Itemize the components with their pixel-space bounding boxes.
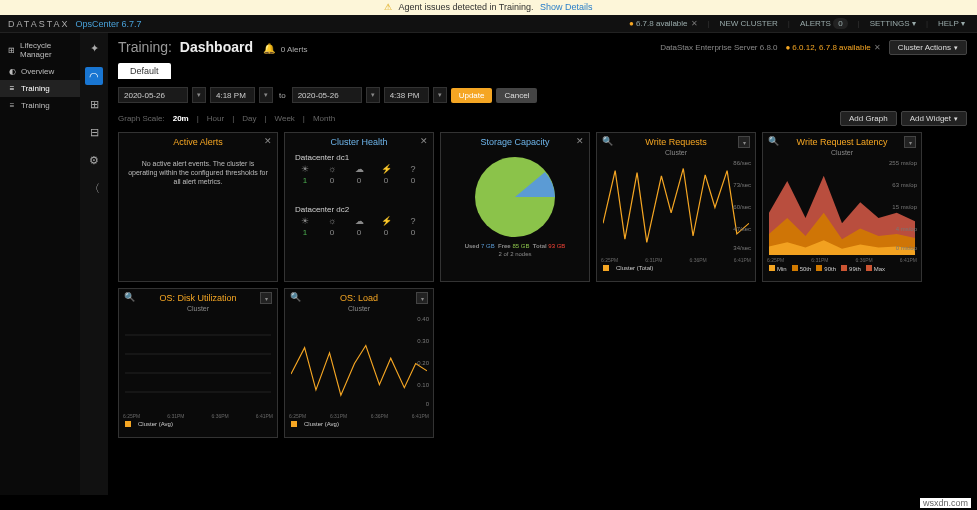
chart-legend: Cluster (Avg): [285, 419, 433, 429]
close-icon[interactable]: ✕: [420, 136, 428, 146]
card-title: Active Alerts ✕: [119, 133, 277, 149]
pie-chart: [441, 149, 589, 241]
card-active-alerts: Active Alerts ✕ No active alert events. …: [118, 132, 278, 282]
card-menu-icon[interactable]: ▾: [904, 136, 916, 148]
nav-training-2[interactable]: ≡Training: [0, 97, 80, 114]
scale-hour[interactable]: Hour: [207, 114, 224, 123]
card-sub: Cluster: [763, 149, 921, 156]
brand: DATASTAX OpsCenter 6.7.7: [8, 19, 142, 29]
update-dot-icon: ●: [786, 43, 791, 52]
rail-settings-icon[interactable]: ⚙: [85, 151, 103, 169]
dc-name: Datacenter dc2: [295, 205, 423, 214]
zoom-icon[interactable]: 🔍: [124, 292, 135, 302]
db-icon: ≡: [8, 84, 16, 93]
chart-legend: Cluster (Avg): [119, 419, 277, 429]
val: 0: [351, 228, 367, 237]
rail-nodes-icon[interactable]: ⊞: [85, 95, 103, 113]
grid-icon: ⊞: [8, 46, 15, 55]
alerts-badge: 0: [833, 18, 847, 29]
chart-legend: Min 50th 90th 99th Max: [763, 263, 921, 274]
time-from-input[interactable]: [210, 87, 255, 103]
gauge-icon: ◐: [8, 67, 16, 76]
card-sub: Cluster: [285, 305, 433, 312]
nav-training-1[interactable]: ≡Training: [0, 80, 80, 97]
nav-lifecycle-manager[interactable]: ⊞Lifecycle Manager: [0, 37, 80, 63]
card-title: 🔍 Write Request Latency ▾: [763, 133, 921, 149]
sun-icon: ☼: [324, 164, 340, 174]
rail-dashboard-icon[interactable]: ◠: [85, 67, 103, 85]
scale-month[interactable]: Month: [313, 114, 335, 123]
topbar: DATASTAX OpsCenter 6.7.7 ●6.7.8 availabl…: [0, 15, 977, 33]
close-icon[interactable]: ✕: [691, 19, 698, 28]
pie-legend: Used 7 GB Free 85 GB Total 93 GB: [441, 243, 589, 249]
warning-link[interactable]: Show Details: [540, 2, 593, 12]
close-icon[interactable]: ✕: [874, 43, 881, 52]
zoom-icon[interactable]: 🔍: [290, 292, 301, 302]
scale-day[interactable]: Day: [242, 114, 256, 123]
nodes-count: 2 of 2 nodes: [441, 251, 589, 257]
update-dot-icon: ●: [629, 19, 634, 28]
close-icon[interactable]: ✕: [576, 136, 584, 146]
question-icon: ?: [405, 216, 421, 226]
dc-name: Datacenter dc1: [295, 153, 423, 162]
card-disk-util: 🔍 OS: Disk Utilization ▾ Cluster 6:25PM …: [118, 288, 278, 438]
val: 0: [405, 176, 421, 185]
cloud-icon: ☁: [351, 216, 367, 226]
rail-data-icon[interactable]: ⊟: [85, 123, 103, 141]
update-available[interactable]: ●6.7.8 available✕: [625, 19, 701, 28]
card-title: 🔍 Write Requests ▾: [597, 133, 755, 149]
cancel-button[interactable]: Cancel: [496, 88, 537, 103]
zoom-icon[interactable]: 🔍: [768, 136, 779, 146]
date-to-caret[interactable]: ▾: [366, 87, 380, 103]
dse-version: DataStax Enterprise Server 6.8.0: [660, 43, 777, 52]
cluster-actions-button[interactable]: Cluster Actions▾: [889, 40, 967, 55]
card-sub: Cluster: [597, 149, 755, 156]
card-storage-capacity: Storage Capacity ✕ Used 7 GB Free 85 GB …: [440, 132, 590, 282]
time-to-input[interactable]: [384, 87, 429, 103]
settings-link[interactable]: SETTINGS ▾: [866, 19, 920, 28]
date-from-caret[interactable]: ▾: [192, 87, 206, 103]
card-title: 🔍 OS: Load ▾: [285, 289, 433, 305]
add-graph-button[interactable]: Add Graph: [840, 111, 897, 126]
nav-overview[interactable]: ◐Overview: [0, 63, 80, 80]
breadcrumb: Training:: [118, 39, 172, 55]
zoom-icon[interactable]: 🔍: [602, 136, 613, 146]
time-from-caret[interactable]: ▾: [259, 87, 273, 103]
chevron-down-icon: ▾: [954, 44, 958, 51]
rail-plus-icon[interactable]: ✦: [85, 39, 103, 57]
cards-grid: Active Alerts ✕ No active alert events. …: [118, 132, 967, 438]
dc1-section: Datacenter dc1 ☀ ☼ ☁ ⚡ ? 1 0 0 0 0: [285, 149, 433, 189]
scale-label: Graph Scale:: [118, 114, 165, 123]
card-menu-icon[interactable]: ▾: [416, 292, 428, 304]
scale-week[interactable]: Week: [275, 114, 295, 123]
val: 0: [378, 228, 394, 237]
alerts-link[interactable]: ALERTS 0: [796, 19, 852, 28]
date-from-input[interactable]: [118, 87, 188, 103]
date-to-input[interactable]: [292, 87, 362, 103]
title-text: Dashboard: [180, 39, 253, 55]
version-available[interactable]: ●6.0.12, 6.7.8 available✕: [786, 43, 881, 52]
to-label: to: [279, 91, 286, 100]
val: 1: [297, 176, 313, 185]
scale-20m[interactable]: 20m: [173, 114, 189, 123]
chart-area: 86/sec 73/sec 60/sec 47/sec 34/sec: [603, 160, 749, 255]
product-name: OpsCenter 6.7.7: [76, 19, 142, 29]
val: 0: [351, 176, 367, 185]
db-icon: ≡: [8, 101, 16, 110]
tab-default[interactable]: Default: [118, 63, 171, 79]
new-cluster-link[interactable]: NEW CLUSTER: [716, 19, 782, 28]
sun-icon: ☼: [324, 216, 340, 226]
bell-icon[interactable]: 🔔: [263, 43, 275, 54]
card-menu-icon[interactable]: ▾: [738, 136, 750, 148]
bolt-icon: ⚡: [378, 164, 394, 174]
card-menu-icon[interactable]: ▾: [260, 292, 272, 304]
close-icon[interactable]: ✕: [264, 136, 272, 146]
rail-collapse-icon[interactable]: 〈: [85, 179, 103, 197]
header-right: DataStax Enterprise Server 6.8.0 ●6.0.12…: [660, 40, 967, 55]
time-to-caret[interactable]: ▾: [433, 87, 447, 103]
help-link[interactable]: HELP ▾: [934, 19, 969, 28]
chart-area: 255 ms/op 63 ms/op 15 ms/op 4 ms/op 0 ms…: [769, 160, 915, 255]
update-button[interactable]: Update: [451, 88, 493, 103]
left-nav: ⊞Lifecycle Manager ◐Overview ≡Training ≡…: [0, 33, 80, 495]
add-widget-button[interactable]: Add Widget▾: [901, 111, 967, 126]
